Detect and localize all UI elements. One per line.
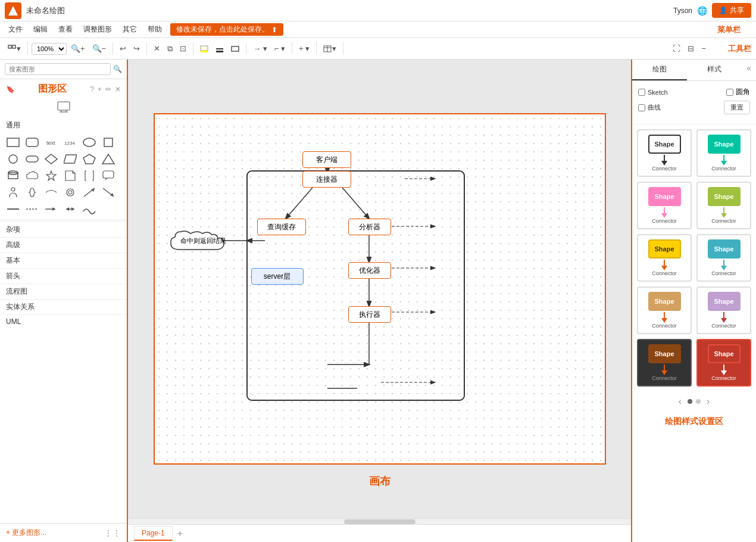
page-tab-1[interactable]: Page-1 [134,526,173,541]
shape-parallelogram[interactable] [62,152,79,166]
shape-curly[interactable] [24,185,40,200]
node-server[interactable]: server层 [251,268,304,285]
shape-arc[interactable] [43,185,60,200]
node-query-cache[interactable]: 查询缓存 [257,219,306,235]
canvas-scroll[interactable]: 客户端 连接器 查询缓存 分析器 优化器 执行器 server层 [128,60,631,518]
shape-square[interactable] [100,135,117,149]
collapse-btn[interactable]: − [698,42,709,55]
menu-edit[interactable]: 编辑 [29,23,52,36]
shape-circle2[interactable] [62,185,79,200]
shape-callout[interactable] [100,169,117,183]
reset-button[interactable]: 重置 [724,101,750,114]
tab-style[interactable]: 样式 [687,60,742,80]
line-color-btn[interactable] [213,43,227,54]
canvas[interactable]: 客户端 连接器 查询缓存 分析器 优化器 执行器 server层 [154,113,606,465]
view-toggle-btn[interactable]: ▾ [5,42,24,55]
shape-bracket[interactable] [81,169,98,183]
copy-btn[interactable]: ⧉ [164,42,176,55]
shape-doc[interactable] [62,169,79,183]
style-card-tan[interactable]: Shape Connector [637,286,692,334]
shape-style-btn[interactable] [228,43,242,54]
zoom-select[interactable]: 100% 75% 150% [32,43,67,55]
node-connector-box[interactable]: 连接器 [302,171,351,188]
style-card-red-dark[interactable]: Shape Connector [696,339,751,387]
menu-view[interactable]: 查看 [54,23,77,36]
style-card-lavender[interactable]: Shape Connector [696,286,751,334]
style-card-pink[interactable]: Shape Connector [637,182,692,229]
shape-circle[interactable] [5,152,21,166]
delete-btn[interactable]: ✕ [151,42,163,55]
table-btn[interactable]: ▾ [320,42,339,55]
add-page-btn[interactable]: + [175,528,185,539]
search-input[interactable] [5,63,111,75]
connector-btn[interactable]: → ▾ [250,42,270,55]
shape-arrow-diag2[interactable] [100,185,117,200]
redo-btn[interactable]: ↪ [130,42,143,55]
node-hit-result[interactable]: 命中则返回结果 [168,229,239,253]
style-card-yellow[interactable]: Shape Connector [637,234,692,282]
fill-color-btn[interactable] [197,43,211,54]
node-client[interactable]: 客户端 [302,151,351,168]
style-card-brown-dark[interactable]: Shape Connector [637,339,692,387]
shape-arrow-diag[interactable] [81,185,98,200]
menu-help[interactable]: 帮助 [143,23,167,36]
shape-squiggle[interactable] [81,202,98,216]
shape-triangle[interactable] [100,152,117,166]
fullscreen-btn[interactable]: ⛶ [670,42,683,55]
shape-person[interactable] [5,185,21,200]
section-uml[interactable]: UML [0,314,127,328]
node-analyzer[interactable]: 分析器 [348,219,391,235]
section-arrows[interactable]: 箭头 [0,268,127,284]
waypoint-btn[interactable]: ⌐ ▾ [271,42,288,55]
split-btn[interactable]: ⊟ [685,42,697,55]
section-entity[interactable]: 实体关系 [0,299,127,314]
shape-line-double-arrow[interactable] [62,202,79,216]
sketch-checkbox[interactable] [638,89,645,96]
zoom-in-btn[interactable]: 🔍+ [68,42,88,55]
right-panel-close-btn[interactable]: « [742,60,756,80]
shape-cylinder[interactable] [5,169,21,183]
menu-adjust[interactable]: 调整图形 [79,23,117,36]
shape-rect-rounded[interactable] [24,135,40,149]
next-page-btn[interactable]: › [704,396,712,407]
style-card-white[interactable]: Shape Connector [637,129,692,177]
tab-drawing[interactable]: 绘图 [632,60,687,80]
node-optimizer[interactable]: 优化器 [348,262,391,279]
save-notice[interactable]: 修改未保存，点击此处保存。 ⬆ [170,23,283,36]
paste-btn[interactable]: ⊡ [177,42,189,55]
horizontal-scrollbar[interactable] [128,518,631,524]
panel-add-icon[interactable]: + [98,85,102,94]
scrollbar-thumb[interactable] [344,519,416,524]
section-misc[interactable]: 杂项 [0,222,127,237]
shape-star[interactable] [43,169,60,183]
add-more-shapes[interactable]: + 更多图形... [6,528,46,538]
shape-rounded-rect2[interactable] [24,152,40,166]
panel-bookmark-icon[interactable]: 🔖 [6,85,15,94]
shape-pentagon[interactable] [81,152,98,166]
section-basic[interactable]: 基本 [0,253,127,268]
section-flowchart[interactable]: 流程图 [0,284,127,299]
menu-other[interactable]: 其它 [118,23,142,36]
shape-line-dashed[interactable] [24,202,40,216]
rounded-checkbox[interactable] [726,89,733,96]
panel-expand-icon[interactable]: ⋮⋮ [104,528,121,538]
shape-cloud[interactable] [24,169,40,183]
curve-checkbox[interactable] [638,104,645,111]
node-executor[interactable]: 执行器 [348,306,391,323]
shape-rect[interactable] [5,135,21,149]
shape-ellipse[interactable] [81,135,98,149]
panel-close-icon[interactable]: ✕ [115,85,121,94]
shape-label[interactable]: 1234 [62,135,79,149]
style-card-olive[interactable]: Shape Connector [696,182,751,229]
shape-diamond[interactable] [43,152,60,166]
menu-file[interactable]: 文件 [4,23,27,36]
panel-edit-icon[interactable]: ✏ [105,85,111,94]
shape-text[interactable]: text [43,135,60,149]
undo-btn[interactable]: ↩ [117,42,129,55]
prev-page-btn[interactable]: ‹ [676,396,684,407]
section-advanced[interactable]: 高级 [0,237,127,253]
style-card-green[interactable]: Shape Connector [696,129,751,177]
share-button[interactable]: 共享 [712,3,751,18]
section-general[interactable]: 通用 [0,118,127,133]
shape-line-arrow[interactable] [43,202,60,216]
